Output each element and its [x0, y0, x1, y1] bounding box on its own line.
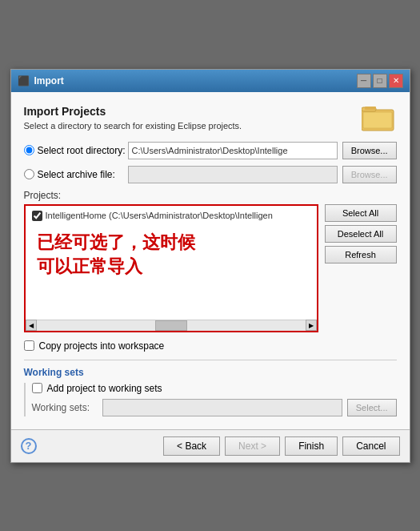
archive-file-row: Select archive file: Browse...: [24, 166, 397, 183]
browse-archive-button[interactable]: Browse...: [342, 166, 397, 183]
close-button[interactable]: ✕: [389, 74, 403, 88]
root-directory-input[interactable]: [128, 142, 338, 159]
archive-file-input[interactable]: [128, 166, 338, 183]
project-checkbox[interactable]: [32, 211, 42, 221]
root-directory-row: Select root directory: Browse...: [24, 142, 397, 159]
page-title: Import Projects: [24, 105, 242, 118]
refresh-button[interactable]: Refresh: [325, 246, 397, 263]
scroll-right-arrow[interactable]: ▶: [306, 320, 317, 331]
projects-list: IntelligentHome (C:\Users\Administrator\…: [24, 204, 318, 332]
ws-input[interactable]: [102, 399, 342, 416]
horizontal-scrollbar[interactable]: ◀ ▶: [26, 320, 317, 331]
annotation-text: 已经可选了，这时候 可以正常导入: [29, 223, 314, 285]
select-all-button[interactable]: Select All: [325, 204, 397, 222]
ws-input-row: Working sets: Select...: [32, 399, 397, 416]
title-bar: ⬛ Import ─ □ ✕: [11, 70, 410, 92]
projects-list-inner: IntelligentHome (C:\Users\Administrator\…: [26, 206, 317, 288]
add-ws-row: Add project to working sets: [32, 383, 397, 394]
copy-checkbox[interactable]: [24, 340, 34, 351]
next-button[interactable]: Next >: [225, 436, 280, 456]
ws-input-label: Working sets:: [32, 402, 98, 413]
help-button[interactable]: ?: [21, 438, 37, 454]
maximize-button[interactable]: □: [373, 74, 387, 88]
minimize-button[interactable]: ─: [357, 74, 371, 88]
ws-select-button[interactable]: Select...: [347, 399, 397, 416]
content-area: Import Projects Select a directory to se…: [11, 92, 410, 429]
copy-checkbox-row: Copy projects into workspace: [24, 340, 397, 352]
root-directory-label: Select root directory:: [24, 145, 128, 156]
deselect-all-button[interactable]: Deselect All: [325, 225, 397, 243]
header-area: Import Projects Select a directory to se…: [24, 105, 397, 142]
browse-root-button[interactable]: Browse...: [342, 142, 397, 159]
add-ws-label: Add project to working sets: [47, 383, 162, 394]
back-button[interactable]: < Back: [163, 436, 220, 456]
scroll-left-arrow[interactable]: ◀: [26, 320, 37, 331]
finish-button[interactable]: Finish: [285, 436, 338, 456]
root-directory-radio[interactable]: [24, 145, 34, 155]
working-sets-area: Add project to working sets Working sets…: [24, 383, 397, 416]
copy-label: Copy projects into workspace: [39, 340, 165, 352]
project-name: IntelligentHome (C:\Users\Administrator\…: [46, 211, 273, 220]
bottom-bar: ? < Back Next > Finish Cancel: [11, 429, 410, 462]
working-sets-section: Working sets Add project to working sets…: [24, 367, 397, 416]
page-description: Select a directory to search for existin…: [24, 121, 242, 131]
archive-file-radio[interactable]: [24, 169, 34, 179]
side-buttons: Select All Deselect All Refresh: [325, 204, 397, 332]
window-icon: ⬛: [18, 75, 30, 86]
list-item: IntelligentHome (C:\Users\Administrator\…: [29, 209, 314, 223]
scroll-thumb[interactable]: [155, 320, 187, 331]
main-window: ⬛ Import ─ □ ✕ Import Projects Select a …: [10, 69, 410, 463]
working-sets-label: Working sets: [24, 367, 397, 378]
window-title: Import: [34, 75, 64, 86]
title-bar-left: ⬛ Import: [18, 75, 64, 86]
title-controls: ─ □ ✕: [357, 74, 403, 88]
projects-area: IntelligentHome (C:\Users\Administrator\…: [24, 204, 397, 332]
divider: [24, 360, 397, 360]
add-ws-checkbox[interactable]: [32, 383, 42, 393]
scroll-track[interactable]: [37, 320, 306, 331]
cancel-button[interactable]: Cancel: [342, 436, 399, 456]
archive-file-label: Select archive file:: [24, 169, 128, 180]
nav-buttons: < Back Next > Finish Cancel: [163, 436, 399, 456]
svg-rect-3: [365, 107, 376, 110]
folder-icon: [362, 102, 397, 135]
svg-rect-2: [363, 112, 392, 128]
projects-label: Projects:: [24, 190, 397, 201]
